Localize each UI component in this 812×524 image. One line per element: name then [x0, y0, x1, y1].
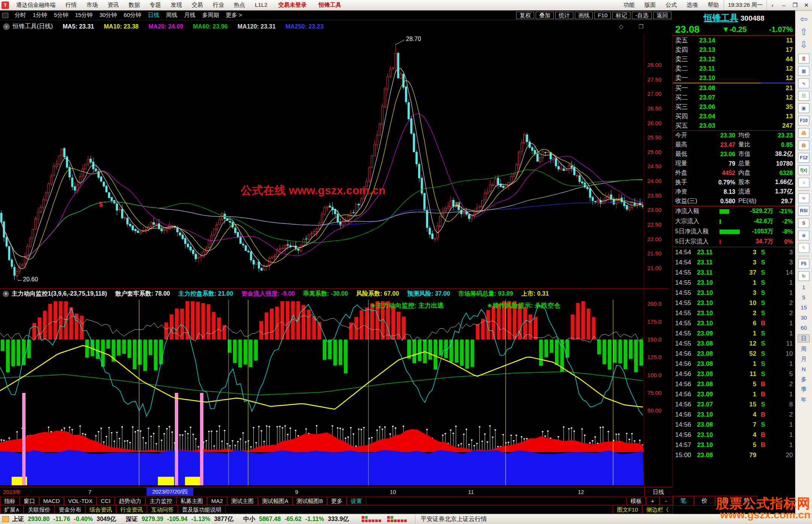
tick-row-1[interactable]: 14:5423.113S3	[673, 257, 795, 267]
down-arrow-icon[interactable]: ⇩	[800, 38, 807, 51]
close-icon[interactable]: ✕	[801, 2, 812, 9]
menu-item-5[interactable]: 专题	[145, 2, 166, 9]
tick-tab-笔[interactable]: 笔	[673, 496, 694, 506]
ring-icon[interactable]: ○	[798, 178, 809, 187]
trend-chart-icon[interactable]: ∿	[798, 79, 809, 88]
menu-right-item-0[interactable]: 功能	[618, 2, 639, 9]
f5-icon[interactable]: F5	[798, 259, 809, 269]
tab-指标[interactable]: 指标	[0, 497, 20, 505]
strip-period-月[interactable]: 月	[798, 355, 810, 363]
tick-row-8[interactable]: 14:5523.091S1	[673, 328, 795, 338]
main-price-chart[interactable]: 28.0027.5027.0026.5026.0025.5025.0024.50…	[0, 33, 673, 288]
up-arrow-icon[interactable]: ⇧	[800, 26, 807, 38]
tab-测试幅图A[interactable]: 测试幅图A	[258, 497, 292, 505]
period-tab-60分钟[interactable]: 60分钟	[120, 12, 145, 19]
strip-period-30[interactable]: 30	[798, 314, 810, 322]
tool-图文F10[interactable]: 图文F10	[613, 506, 642, 514]
formula-icon[interactable]: f(x)	[798, 165, 809, 175]
period-tab-日线[interactable]: 日线	[145, 12, 163, 19]
tick-row-0[interactable]: 14:5423.113S3	[673, 247, 795, 257]
strip-period-季[interactable]: 季	[798, 386, 810, 393]
period-label[interactable]: 日线	[644, 487, 672, 497]
tick-row-17[interactable]: 14:5623.087S1	[673, 420, 795, 430]
period-tab-周线[interactable]: 周线	[163, 12, 181, 19]
menu-alert-0[interactable]: 交易未登录	[272, 2, 312, 9]
rsi-icon[interactable]: RSI	[798, 206, 809, 216]
menu-item-6[interactable]: 发现	[166, 2, 187, 9]
strip-period-日[interactable]: 日	[798, 334, 810, 343]
menu-item-9[interactable]: 热点	[229, 2, 250, 9]
tab-私募主图[interactable]: 私募主图	[176, 497, 207, 505]
collapse-icon[interactable]: ∨	[3, 23, 10, 30]
tree-icon[interactable]: 品	[798, 128, 809, 138]
stock-name[interactable]: 恒锋工具	[704, 13, 738, 23]
tick-row-13[interactable]: 14:5623.085B2	[673, 379, 795, 389]
tick-row-18[interactable]: 14:5623.104B1	[673, 430, 795, 440]
status-window-icon[interactable]	[2, 516, 9, 522]
tab-CCI[interactable]: CCI	[97, 497, 115, 505]
menu-alert-1[interactable]: 恒锋工具	[312, 2, 347, 9]
menu-item-3[interactable]: 资讯	[103, 2, 124, 9]
s-marker-icon[interactable]: S	[798, 218, 809, 228]
tab-主力监控[interactable]: 主力监控	[145, 497, 176, 505]
menu-right-item-1[interactable]: 版面	[639, 2, 661, 9]
toolbar-button--自选[interactable]: -自选	[632, 12, 652, 19]
f12-icon[interactable]: F12	[798, 153, 809, 163]
tab-更多[interactable]: 更多	[327, 497, 347, 505]
buy-row-2[interactable]: 买二23.0712	[673, 93, 795, 102]
kline-chart-icon[interactable]: ☷	[798, 91, 809, 101]
zoom-in-button[interactable]: +	[646, 497, 659, 505]
waves-icon[interactable]: ≈	[798, 193, 809, 203]
toolbar-button-统计[interactable]: 统计	[555, 12, 573, 19]
strip-period-N[interactable]: N	[798, 365, 810, 373]
tab-设置[interactable]: 设置	[347, 497, 366, 505]
period-tab-分时[interactable]: 分时	[11, 12, 29, 19]
tick-row-14[interactable]: 14:5623.091B1	[673, 389, 795, 399]
tick-row-5[interactable]: 14:5523.1010S2	[673, 298, 795, 308]
tick-row-9[interactable]: 14:5523.0812S11	[673, 338, 795, 349]
indicator-title[interactable]: 主力动向监控1(3,9,6,-23,75,19,118)	[12, 290, 107, 298]
move-icon[interactable]: ⊕	[798, 231, 809, 240]
menu-right-item-4[interactable]: 帮助	[703, 2, 724, 9]
tab-MA2[interactable]: MA2	[207, 497, 227, 505]
tab-测试幅图B[interactable]: 测试幅图B	[292, 497, 327, 505]
strip-period-5[interactable]: 5	[798, 294, 810, 301]
sell-row-5[interactable]: 卖五23.1411	[673, 36, 795, 45]
tick-row-19[interactable]: 14:5723.105B1	[673, 440, 795, 450]
tick-row-15[interactable]: 14:5623.0715S8	[673, 399, 795, 409]
period-tab-5分钟[interactable]: 5分钟	[50, 12, 71, 19]
panel-icon[interactable]	[2, 13, 8, 18]
refresh-icon[interactable]: ↻	[798, 271, 809, 281]
buy-row-4[interactable]: 买四23.0413	[673, 112, 795, 121]
strip-period-年[interactable]: 年	[798, 396, 810, 403]
period-tab-15分钟[interactable]: 15分钟	[72, 12, 96, 19]
f10-icon[interactable]: F10	[798, 116, 809, 125]
period-tab-30分钟[interactable]: 30分钟	[96, 12, 120, 19]
sell-row-1[interactable]: 卖一23.1012	[673, 73, 795, 83]
tick-row-16[interactable]: 14:5623.104B2	[673, 409, 795, 420]
sell-row-3[interactable]: 卖三23.1244	[673, 54, 795, 64]
quote-title[interactable]: 恒锋工具300488	[673, 11, 795, 23]
toolbar-button-叠加[interactable]: 叠加	[536, 12, 554, 19]
tick-tab-价[interactable]: 价	[694, 496, 715, 506]
tick-row-20[interactable]: 15:0023.087920	[673, 450, 795, 460]
tick-row-6[interactable]: 14:5523.102S2	[673, 308, 795, 318]
custom-stock-icon[interactable]: 自	[798, 140, 809, 150]
buy-row-3[interactable]: 买三23.0635	[673, 102, 795, 112]
tab-扩展∧[interactable]: 扩展∧	[0, 506, 24, 514]
tab-综合资讯[interactable]: 综合资讯	[85, 506, 116, 514]
period-tab-多周期[interactable]: 多周期	[199, 12, 223, 19]
pencil-icon[interactable]: ✎	[798, 243, 809, 253]
multi-window-icon[interactable]: ▣	[798, 103, 809, 113]
menu-item-10[interactable]: L1L2	[250, 2, 272, 9]
period-tab-月线[interactable]: 月线	[181, 12, 199, 19]
index-上证[interactable]: 上证2930.80-11.76-0.40%3049亿	[12, 515, 116, 523]
template-button[interactable]: 模板	[626, 497, 646, 505]
back-arrow-icon[interactable]: ⇦	[800, 13, 807, 26]
minimize-icon[interactable]: –	[778, 2, 789, 9]
tab-普及版功能说明[interactable]: 普及版功能说明	[178, 506, 226, 514]
indicator-collapse-icon[interactable]: ∨	[3, 291, 9, 297]
tick-row-11[interactable]: 14:5623.081S1	[673, 359, 795, 369]
toolbar-button-F10[interactable]: F10	[594, 12, 611, 19]
menu-right-item-2[interactable]: 公式	[661, 2, 682, 9]
